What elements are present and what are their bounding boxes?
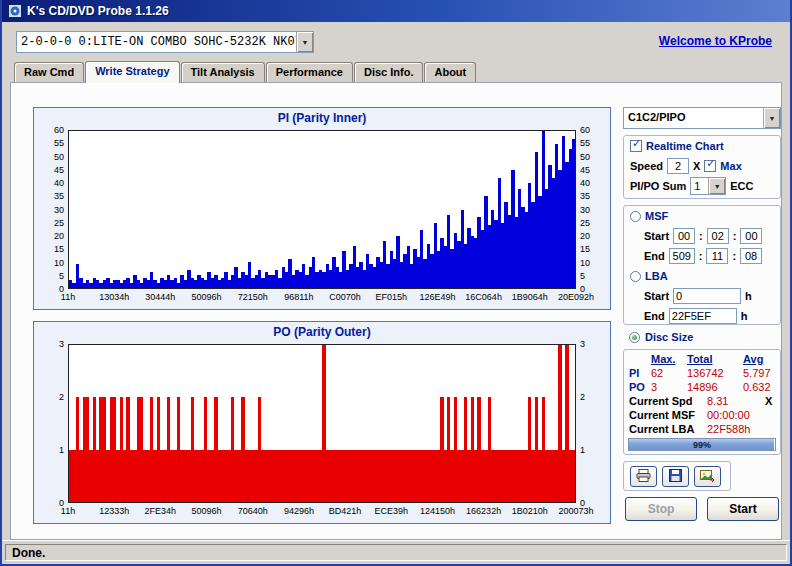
y-axis-tick-label: 3 [38, 339, 64, 349]
po-chart-title: PO (Parity Outer) [34, 322, 610, 339]
y-axis-tick-label: 10 [38, 258, 64, 268]
mode-select-value: C1C2/PIPO [624, 108, 763, 128]
msf-end-min[interactable] [669, 248, 695, 264]
status-text: Done. [5, 544, 787, 561]
msf-radio[interactable] [630, 211, 641, 222]
lba-end-input[interactable] [669, 308, 737, 324]
check-icon: ✓ [706, 157, 715, 170]
po-total-value: 14896 [687, 380, 743, 394]
x-axis-tick-label: 11h [61, 292, 75, 302]
x-axis-tick-label: 94296h [284, 506, 314, 516]
stats-row-label: PI [629, 366, 651, 380]
tab-raw-cmd[interactable]: Raw Cmd [14, 62, 84, 82]
pipo-sum-select[interactable]: 1 ▼ [690, 177, 726, 195]
chevron-down-icon[interactable]: ▼ [296, 32, 313, 52]
x-axis-tick-label: 30444h [145, 292, 175, 302]
y-axis-tick-label: 2 [580, 392, 606, 402]
pi-chart-title: PI (Parity Inner) [34, 108, 610, 125]
save-icon [669, 469, 682, 484]
welcome-link[interactable]: Welcome to KProbe [659, 34, 772, 48]
tab-write-strategy[interactable]: Write Strategy [85, 61, 179, 83]
realtime-chart-label: Realtime Chart [646, 140, 724, 152]
current-msf-label: Current MSF [629, 408, 707, 422]
msf-start-min[interactable] [673, 228, 695, 244]
current-lba-value: 22F588h [707, 422, 765, 436]
chart-options-group: ✓ Realtime Chart Speed X ✓ Max PI/PO Sum… [623, 135, 781, 199]
stop-button[interactable]: Stop [625, 497, 697, 521]
x-axis-tick-label: 1B9064h [512, 292, 548, 302]
disc-size-label: Disc Size [645, 331, 693, 343]
start-button[interactable]: Start [707, 497, 779, 521]
msf-separator: : [733, 230, 737, 242]
x-axis-tick-label: 72150h [238, 292, 268, 302]
po-max-value: 3 [651, 380, 687, 394]
pipo-sum-label: PI/PO Sum [630, 180, 686, 192]
x-axis-tick-label: 16C064h [465, 292, 502, 302]
y-axis-tick-label: 60 [38, 125, 64, 135]
y-axis-tick-label: 45 [580, 165, 606, 175]
x-axis-tick-label: 11h [61, 506, 75, 516]
printer-icon [636, 469, 651, 484]
y-axis-tick-label: 30 [38, 205, 64, 215]
msf-separator: : [732, 250, 736, 262]
lba-label: LBA [645, 270, 668, 282]
export-image-icon [700, 469, 715, 484]
realtime-chart-checkbox[interactable]: ✓ [630, 140, 642, 152]
max-speed-checkbox[interactable]: ✓ [704, 160, 716, 172]
tab-about[interactable]: About [424, 62, 476, 82]
x-axis-tick-label: 124150h [420, 506, 455, 516]
current-speed-label: Current Spd [629, 394, 707, 408]
msf-start-frame[interactable] [740, 228, 762, 244]
x-axis-tick-label: 2FE34h [145, 506, 177, 516]
tab-disc-info[interactable]: Disc Info. [354, 62, 424, 82]
export-image-button[interactable] [694, 466, 721, 487]
speed-label: Speed [630, 160, 663, 172]
pi-chart: PI (Parity Inner) 0055101015152020252530… [33, 107, 611, 310]
tool-button-group [623, 461, 731, 491]
po-avg-value: 0.632 [743, 380, 775, 394]
disc-size-radio[interactable] [629, 332, 640, 343]
pi-max-value: 62 [651, 366, 687, 380]
mode-select[interactable]: C1C2/PIPO ▼ [623, 107, 781, 129]
device-select[interactable]: 2-0-0-0 0:LITE-ON COMBO SOHC-5232K NK07 … [16, 31, 314, 53]
po-chart-area: 0011223311h12333h2FE34h50096h70640h94296… [38, 342, 606, 519]
app-icon [8, 4, 22, 18]
tab-content-panel: PI (Parity Inner) 0055101015152020252530… [10, 82, 782, 540]
chevron-down-icon[interactable]: ▼ [708, 178, 725, 194]
msf-end-frame[interactable] [740, 248, 762, 264]
y-axis-tick-label: 60 [580, 125, 606, 135]
tab-performance[interactable]: Performance [266, 62, 353, 82]
x-axis-tick-label: 96811h [284, 292, 313, 302]
tab-tilt-analysis[interactable]: Tilt Analysis [181, 62, 265, 82]
pi-plot-area [68, 130, 576, 289]
msf-start-sec[interactable] [707, 228, 729, 244]
x-axis-tick-label: C0070h [329, 292, 361, 302]
y-axis-tick-label: 1 [38, 445, 64, 455]
window-title: K's CD/DVD Probe 1.1.26 [27, 4, 169, 18]
chevron-down-icon[interactable]: ▼ [763, 108, 780, 128]
y-axis-tick-label: 5 [38, 271, 64, 281]
speed-input[interactable] [667, 158, 689, 174]
stats-row-label: PO [629, 380, 651, 394]
status-bar: Done. [2, 540, 790, 564]
check-icon: ✓ [632, 137, 641, 150]
tab-strip: Raw Cmd Write Strategy Tilt Analysis Per… [14, 60, 477, 82]
lba-start-label: Start [644, 290, 669, 302]
pi-chart-area: 0055101015152020252530303535404045455050… [38, 128, 606, 305]
x-axis-tick-label: 200073h [558, 506, 593, 516]
y-axis-tick-label: 20 [580, 231, 606, 241]
chart-bar [572, 450, 575, 502]
save-button[interactable] [662, 466, 689, 487]
x-axis-tick-label: ECE39h [375, 506, 409, 516]
print-button[interactable] [630, 466, 657, 487]
lba-radio[interactable] [630, 271, 641, 282]
max-speed-label: Max [720, 160, 741, 172]
lba-start-unit: h [745, 290, 752, 302]
range-group: MSF Start : : End : : [623, 205, 781, 325]
y-axis-tick-label: 30 [580, 205, 606, 215]
lba-start-input[interactable] [673, 288, 741, 304]
msf-end-sec[interactable] [706, 248, 728, 264]
pi-total-value: 136742 [687, 366, 743, 380]
y-axis-tick-label: 25 [38, 218, 64, 228]
pipo-sum-unit: ECC [730, 180, 753, 192]
